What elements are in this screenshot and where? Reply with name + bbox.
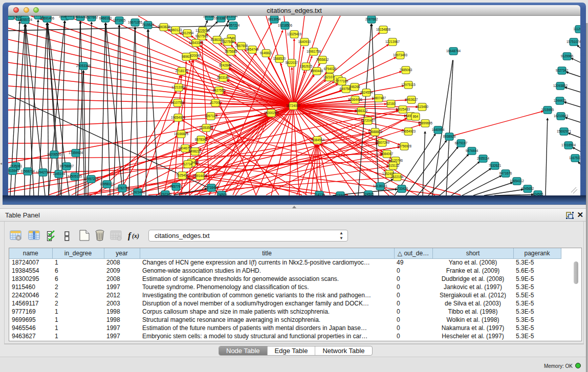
svg-text:714136: 714136: [314, 193, 325, 195]
svg-text:746266: 746266: [349, 85, 360, 89]
svg-text:9084067: 9084067: [381, 152, 394, 156]
svg-text:9242848: 9242848: [219, 63, 232, 67]
svg-text:12505135: 12505135: [68, 174, 82, 178]
svg-text:19166825: 19166825: [174, 132, 189, 136]
svg-text:60899695: 60899695: [418, 121, 433, 125]
svg-text:15692971: 15692971: [557, 129, 572, 133]
svg-text:14055724: 14055724: [18, 18, 33, 21]
svg-text:9327505: 9327505: [195, 34, 208, 38]
svg-text:(x): (x): [132, 232, 139, 239]
svg-text:10688609: 10688609: [368, 130, 383, 134]
svg-text:6466160: 6466160: [99, 16, 112, 20]
svg-text:12093852: 12093852: [553, 84, 568, 87]
svg-text:124509: 124509: [216, 193, 227, 195]
svg-text:10025433: 10025433: [396, 107, 410, 111]
svg-text:1527602: 1527602: [85, 16, 98, 19]
svg-text:2087682: 2087682: [365, 17, 378, 21]
svg-text:10961758: 10961758: [307, 50, 321, 53]
svg-text:9245652: 9245652: [521, 187, 534, 190]
svg-text:9463627: 9463627: [405, 98, 418, 101]
svg-text:20364436: 20364436: [348, 98, 363, 101]
svg-text:16154808: 16154808: [376, 28, 391, 31]
svg-text:16914479: 16914479: [193, 174, 208, 178]
svg-text:19384554: 19384554: [310, 138, 325, 142]
svg-text:2522154: 2522154: [391, 175, 404, 179]
svg-text:15716485: 15716485: [204, 186, 219, 189]
svg-text:1292346: 1292346: [159, 192, 172, 195]
svg-text:7485063: 7485063: [400, 68, 412, 72]
svg-text:13325419: 13325419: [287, 32, 302, 36]
svg-text:17016504: 17016504: [561, 143, 576, 147]
svg-text:1244415: 1244415: [554, 99, 567, 102]
svg-text:29053346: 29053346: [76, 64, 91, 68]
svg-text:18807249: 18807249: [375, 141, 390, 144]
svg-text:7515524: 7515524: [142, 23, 155, 27]
svg-text:17957223: 17957223: [84, 177, 99, 181]
svg-text:12734: 12734: [183, 162, 192, 166]
svg-text:2935114: 2935114: [477, 157, 490, 160]
svg-text:7955812: 7955812: [316, 58, 329, 61]
svg-text:1640910: 1640910: [298, 40, 311, 43]
svg-text:924505: 924505: [363, 192, 374, 195]
svg-text:16671355: 16671355: [128, 20, 143, 24]
svg-text:12213369: 12213369: [171, 85, 186, 89]
svg-text:10807487: 10807487: [372, 96, 386, 100]
svg-text:7986322: 7986322: [355, 109, 368, 113]
svg-text:11568294: 11568294: [20, 169, 35, 173]
svg-text:8813054: 8813054: [225, 16, 238, 18]
svg-text:8427552: 8427552: [213, 89, 226, 92]
svg-text:8878342: 8878342: [195, 138, 208, 141]
svg-text:8938928: 8938928: [443, 135, 456, 138]
svg-text:2803144: 2803144: [217, 76, 230, 79]
svg-text:9115460: 9115460: [416, 105, 429, 108]
svg-text:7663822: 7663822: [158, 25, 170, 29]
svg-text:1145194: 1145194: [53, 172, 66, 176]
svg-text:19654923: 19654923: [401, 129, 416, 133]
svg-text:3915941: 3915941: [8, 169, 19, 172]
svg-text:5498222: 5498222: [189, 149, 202, 153]
svg-text:3267110: 3267110: [205, 114, 217, 118]
svg-text:1167533: 1167533: [569, 156, 580, 160]
svg-text:1640954: 1640954: [432, 128, 445, 132]
svg-text:864: 864: [413, 115, 419, 118]
svg-text:1362615: 1362615: [300, 64, 313, 68]
svg-text:20691406: 20691406: [40, 16, 55, 20]
svg-text:7632621: 7632621: [489, 164, 502, 167]
svg-text:12923446: 12923446: [130, 190, 145, 194]
svg-text:25300293: 25300293: [264, 111, 279, 115]
svg-text:62160: 62160: [386, 102, 396, 105]
svg-text:8912954: 8912954: [181, 31, 194, 35]
svg-text:10756928: 10756928: [397, 144, 412, 148]
svg-text:12975115: 12975115: [401, 83, 416, 86]
svg-text:2867608: 2867608: [235, 44, 248, 48]
svg-text:2718176: 2718176: [176, 69, 188, 73]
svg-text:9474444: 9474444: [466, 149, 478, 152]
svg-text:6794028: 6794028: [324, 67, 337, 71]
svg-text:8960123: 8960123: [169, 28, 182, 32]
svg-text:12213967: 12213967: [385, 40, 400, 43]
svg-text:f: f: [128, 231, 132, 240]
svg-text:15751074: 15751074: [567, 40, 580, 43]
svg-text:7625402: 7625402: [176, 173, 189, 177]
svg-text:15720407: 15720407: [361, 119, 376, 122]
svg-text:9777169: 9777169: [336, 79, 349, 83]
svg-text:19654923: 19654923: [171, 116, 186, 119]
svg-text:8990448: 8990448: [311, 69, 323, 73]
svg-text:6879197: 6879197: [455, 141, 468, 145]
svg-text:8454749: 8454749: [246, 48, 259, 51]
svg-text:1071915: 1071915: [113, 18, 126, 22]
svg-text:7357224: 7357224: [227, 24, 240, 27]
svg-text:9327508: 9327508: [222, 40, 234, 43]
svg-text:16648784: 16648784: [446, 49, 461, 53]
svg-text:12942737: 12942737: [36, 170, 51, 174]
svg-text:173344: 173344: [335, 193, 346, 195]
svg-text:3624554: 3624554: [360, 91, 373, 94]
svg-text:16782759: 16782759: [115, 186, 130, 190]
svg-text:3215955: 3215955: [541, 108, 554, 112]
svg-text:9129966: 9129966: [561, 54, 574, 58]
svg-text:16210643: 16210643: [554, 114, 569, 118]
svg-text:19218506: 19218506: [278, 24, 293, 27]
svg-text:10973493: 10973493: [393, 53, 408, 57]
svg-text:13226058: 13226058: [195, 29, 210, 32]
svg-text:1615132: 1615132: [387, 164, 400, 167]
